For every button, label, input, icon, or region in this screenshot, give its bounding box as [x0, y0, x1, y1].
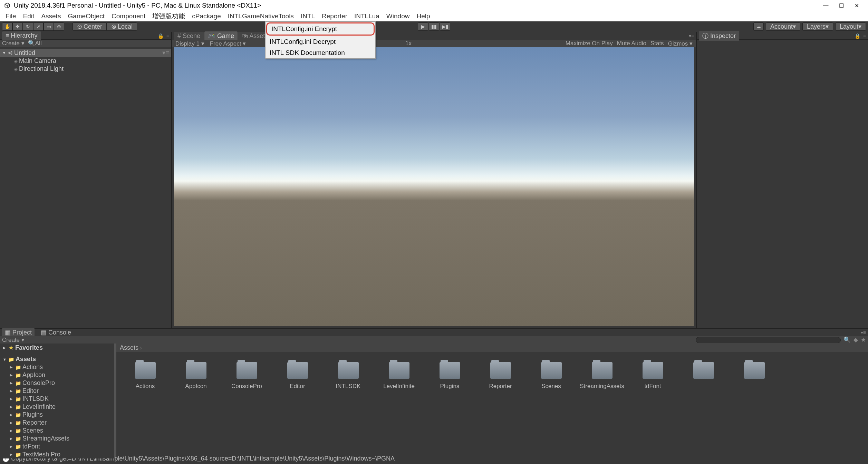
folder-item[interactable]: [736, 362, 773, 390]
panel-menu-icon[interactable]: ▾≡: [861, 330, 866, 335]
asset-tab[interactable]: 🛍 Asset: [238, 32, 268, 40]
project-tree-item[interactable]: ▶📁Plugins: [0, 411, 114, 419]
gizmos-dropdown[interactable]: Gizmos ▾: [668, 40, 693, 47]
project-tree-item[interactable]: ▶📁LevelInfinite: [0, 403, 114, 411]
menu-cpackage[interactable]: cPackage: [189, 11, 224, 21]
project-tab[interactable]: ▦ Project: [2, 328, 35, 337]
folder-item[interactable]: INTLSDK: [330, 362, 367, 390]
mute-audio-toggle[interactable]: Mute Audio: [617, 40, 646, 47]
hierarchy-tab[interactable]: ≡ Hierarchy: [2, 31, 41, 40]
folder-item[interactable]: Reporter: [482, 362, 519, 390]
project-tree-item[interactable]: ▶📁Reporter: [0, 419, 114, 427]
folder-item[interactable]: [685, 362, 722, 390]
menu-component[interactable]: Component: [108, 11, 149, 21]
game-tab[interactable]: 🎮 Game: [204, 31, 238, 40]
collab-button[interactable]: ☁: [753, 22, 764, 31]
folder-icon: [237, 362, 257, 379]
project-tree-item[interactable]: ▶📁StreamingAssets: [0, 435, 114, 443]
menu-intl[interactable]: INTL: [297, 11, 318, 21]
game-render-view[interactable]: [174, 47, 694, 326]
search-by-type-icon[interactable]: ◆: [853, 336, 858, 344]
space-toggle-button[interactable]: ⊗Local: [107, 22, 137, 31]
console-tab[interactable]: ▤ Console: [38, 328, 74, 337]
folder-label: tdFont: [644, 383, 661, 390]
hierarchy-item-light[interactable]: ◈Directional Light: [0, 65, 171, 73]
panel-menu-icon[interactable]: ≡: [863, 33, 866, 39]
folder-item[interactable]: Actions: [127, 362, 164, 390]
folder-icon: [490, 362, 511, 379]
folder-item[interactable]: ConsolePro: [228, 362, 265, 390]
project-tree-item[interactable]: ▶📁ConsolePro: [0, 379, 114, 387]
folder-item[interactable]: StreamingAssets: [584, 362, 620, 390]
hierarchy-search[interactable]: 🔍All: [28, 40, 42, 47]
menu-edit[interactable]: Edit: [20, 11, 38, 21]
layers-dropdown[interactable]: Layers ▾: [802, 22, 833, 31]
pivot-toggle-button[interactable]: ⊙Center: [73, 22, 107, 31]
rect-tool-button[interactable]: ▭: [44, 22, 54, 31]
maximize-on-play-toggle[interactable]: Maximize On Play: [566, 40, 613, 47]
menu-intlgamenativetools[interactable]: INTLGameNativeTools: [224, 11, 297, 21]
minimize-button[interactable]: —: [818, 0, 833, 11]
aspect-dropdown[interactable]: Free Aspect ▾: [210, 40, 246, 47]
menu-help[interactable]: Help: [413, 11, 433, 21]
assets-root[interactable]: ▼📁Assets: [0, 355, 114, 363]
layout-dropdown[interactable]: Layout ▾: [835, 22, 866, 31]
folder-item[interactable]: LevelInfinite: [380, 362, 417, 390]
project-tree-item[interactable]: ▶📁AppIcon: [0, 371, 114, 379]
display-dropdown[interactable]: Display 1 ▾: [175, 40, 204, 47]
menu-assets[interactable]: Assets: [38, 11, 64, 21]
move-tool-button[interactable]: ✥: [12, 22, 23, 31]
rotate-tool-button[interactable]: ↻: [23, 22, 33, 31]
step-button[interactable]: ▶▮: [440, 22, 450, 31]
inspector-tab[interactable]: ⓘ Inspector: [699, 31, 739, 41]
panel-lock-icon[interactable]: 🔒: [855, 33, 860, 39]
scene-root-item[interactable]: ▼⊲ Untitled▾≡: [0, 49, 171, 57]
menu-item-documentation[interactable]: INTL SDK Documentation: [266, 47, 375, 58]
folder-item[interactable]: AppIcon: [177, 362, 214, 390]
project-tree-item[interactable]: ▶📁Editor: [0, 387, 114, 395]
project-tree-item[interactable]: ▶📁tdFont: [0, 443, 114, 451]
scale-tool-button[interactable]: ⤢: [33, 22, 44, 31]
pause-button[interactable]: ▮▮: [429, 22, 439, 31]
search-favorite-icon[interactable]: ★: [861, 336, 866, 344]
project-tree-item[interactable]: ▶📁Actions: [0, 363, 114, 371]
play-button[interactable]: ▶: [418, 22, 428, 31]
folder-item[interactable]: Plugins: [431, 362, 468, 390]
menu-item-encrypt[interactable]: INTLConfig.ini Encrypt: [266, 22, 375, 36]
panel-lock-icon[interactable]: 🔒: [158, 33, 164, 39]
folder-icon: [186, 362, 206, 379]
menu-enhanced[interactable]: 增强版功能: [149, 10, 189, 22]
account-dropdown[interactable]: Account ▾: [766, 22, 800, 31]
menu-gameobject[interactable]: GameObject: [64, 11, 108, 21]
project-breadcrumb[interactable]: Assets ›: [116, 344, 868, 352]
folder-item[interactable]: Scenes: [533, 362, 570, 390]
favorites-root[interactable]: ▶★Favorites: [0, 344, 114, 352]
search-filter-icon[interactable]: 🔍: [843, 336, 851, 344]
project-create-dropdown[interactable]: Create ▾: [2, 336, 25, 344]
folder-item[interactable]: Editor: [279, 362, 316, 390]
hand-tool-button[interactable]: ✋: [2, 22, 12, 31]
hierarchy-create-dropdown[interactable]: Create ▾: [2, 40, 25, 47]
menu-window[interactable]: Window: [383, 11, 413, 21]
project-tree-item[interactable]: ▶📁Scenes: [0, 427, 114, 435]
title-bar: Unity 2018.4.36f1 Personal - Untitled - …: [0, 0, 868, 11]
hierarchy-item-camera[interactable]: ◈Main Camera: [0, 57, 171, 65]
menu-reporter[interactable]: Reporter: [318, 11, 351, 21]
project-tree-item[interactable]: ▶📁INTLSDK: [0, 395, 114, 403]
panel-menu-icon[interactable]: ▾≡: [689, 33, 694, 39]
maximize-button[interactable]: ☐: [833, 0, 849, 11]
project-search-input[interactable]: [696, 337, 841, 343]
menu-file[interactable]: File: [2, 11, 20, 21]
panel-menu-icon[interactable]: ≡: [166, 33, 169, 39]
folder-icon: [592, 362, 613, 379]
folder-item[interactable]: tdFont: [634, 362, 671, 390]
close-button[interactable]: ✕: [849, 0, 865, 11]
project-tree-item[interactable]: ▶📁TextMesh Pro: [0, 451, 114, 458]
transform-tool-button[interactable]: ⊕: [54, 22, 64, 31]
folder-icon: [744, 362, 765, 379]
menu-intllua[interactable]: INTLLua: [351, 11, 383, 21]
scene-tab[interactable]: # Scene: [174, 32, 204, 40]
stats-toggle[interactable]: Stats: [650, 40, 664, 47]
project-tree: ▶★Favorites ▼📁Assets ▶📁Actions▶📁AppIcon▶…: [0, 344, 115, 458]
menu-item-decrypt[interactable]: INTLConfig.ini Decrypt: [266, 36, 375, 47]
